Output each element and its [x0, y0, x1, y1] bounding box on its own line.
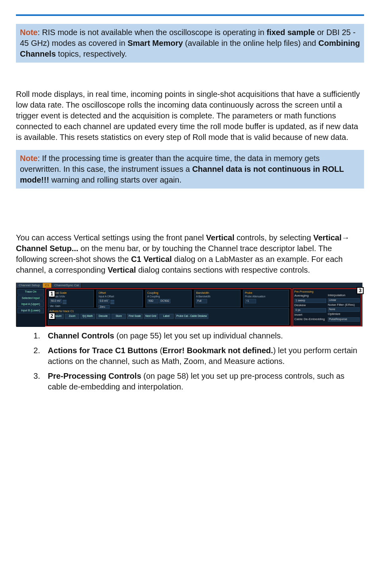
vertical-settings-paragraph: You can access Vertical settings using t… — [16, 232, 364, 275]
averaging-value[interactable]: 1 sweep — [294, 299, 326, 303]
bandwidth-group: Bandwidth A Bandwidth Full — [194, 290, 240, 307]
note-bold-fixed-sample: fixed sample — [266, 28, 315, 37]
coupling-group: Coupling A Coupling 50Ω DC50Ω — [145, 290, 192, 307]
label-button[interactable]: Label — [159, 314, 174, 319]
deskew-value[interactable]: 0 ps — [294, 308, 326, 313]
callout-legend-list: Channel Controls (on page 55) let you se… — [16, 330, 364, 392]
interpolation-value[interactable]: Linear — [328, 298, 360, 303]
tab-channelsync-cal[interactable]: ChannelSync Cal — [52, 283, 82, 288]
group-title: Bandwidth — [196, 291, 238, 295]
zoom-button[interactable]: Zoom — [65, 314, 79, 319]
trace-on-toggle[interactable]: Trace On — [18, 289, 44, 295]
note-ris-mode: Note: RIS mode is not available when the… — [16, 24, 364, 63]
deskew-label: Deskew — [294, 303, 326, 308]
selected-input-label: Selected Input — [18, 295, 44, 301]
note-label: Note — [20, 28, 37, 37]
var-gain-toggle[interactable]: Var. Gain — [50, 305, 92, 308]
group-sub: Probe Attenuation — [245, 295, 287, 299]
probe-attenuation-value[interactable]: ÷1 — [245, 299, 256, 303]
note-text: topics, respectively. — [56, 49, 127, 58]
offset-value[interactable]: 0.0 mV — [98, 299, 110, 303]
list-item-text: (on page 55) let you set up individual c… — [114, 331, 283, 340]
tab-c1[interactable]: C1 — [43, 283, 52, 288]
group-sub: Input A Offset — [98, 295, 141, 299]
vscale-stepper[interactable] — [63, 300, 67, 305]
callout-1: 1 — [48, 290, 55, 297]
math-button[interactable]: f(x) Math — [80, 314, 95, 319]
preprocessing-region: Pre-Processing Averaging 1 sweep Deskew … — [292, 288, 362, 326]
invert-toggle[interactable]: Invert — [294, 313, 326, 317]
bold-c1-vertical: C1 Vertical — [131, 255, 172, 264]
list-item-title: Channel Controls — [48, 331, 114, 340]
preprocessing-title: Pre-Processing — [294, 290, 326, 293]
note-roll-mode-warning: Note: If the processing time is greater … — [16, 150, 364, 189]
group-title: Probe — [245, 291, 287, 295]
left-column: Trace On Selected Input Input A (Upper) … — [16, 288, 45, 327]
c1-vertical-dialog-screenshot: 1 2 3 Channel Setup C1 ChannelSync Cal T… — [16, 283, 362, 326]
actions-title: Actions for trace C1 — [49, 309, 288, 313]
noise-filter-value[interactable]: None — [328, 307, 360, 312]
offset-group: Offset Input A Offset 0.0 mV Zero — [96, 290, 143, 307]
note-bold-smart-memory: Smart Memory — [127, 39, 183, 47]
note-text: warning and rolling starts over again. — [49, 175, 181, 184]
impedance-badge: 50Ω — [147, 299, 159, 303]
dialog-tabbar: Channel Setup C1 ChannelSync Cal — [16, 283, 362, 288]
zero-button[interactable]: Zero — [98, 305, 110, 309]
input-a-button[interactable]: Input A (Upper) — [18, 301, 44, 307]
list-item: Channel Controls (on page 55) let you se… — [33, 330, 364, 341]
averaging-label: Averaging — [294, 294, 326, 298]
error-bookmark: Error! Bookmark not defined. — [163, 346, 273, 355]
find-scale-button[interactable]: Find Scale — [127, 314, 143, 319]
probe-group: Probe Probe Attenuation ÷1 — [243, 290, 289, 307]
header-rule — [16, 14, 364, 16]
store-button[interactable]: Store — [112, 314, 126, 319]
list-item-title: Pre-Processing Controls — [48, 372, 141, 380]
bandwidth-value[interactable]: Full — [196, 299, 207, 303]
vscale-value[interactable]: 50.0 mV — [50, 299, 62, 303]
text: controls, by selecting — [235, 233, 313, 242]
offset-stepper[interactable] — [110, 300, 114, 305]
optimize-label: Optimize — [328, 312, 360, 317]
group-sub: A Bandwidth — [196, 295, 238, 299]
note-label: Note — [20, 154, 37, 163]
cable-de-embedding-toggle[interactable]: Cable De-Embedding — [294, 317, 326, 322]
noise-filter-label: Noise Filter (ERes) — [328, 303, 360, 307]
roll-mode-paragraph: Roll mode displays, in real time, incomi… — [16, 89, 364, 143]
list-item: Actions for Trace C1 Buttons (Error! Boo… — [33, 345, 364, 367]
callout-3: 3 — [356, 287, 364, 294]
decode-button[interactable]: Decode — [96, 314, 110, 319]
group-title: Vertical Scale — [50, 291, 92, 295]
next-grid-button[interactable]: Next Grid — [144, 314, 158, 319]
callout-2: 2 — [48, 313, 55, 320]
group-title: Offset — [98, 291, 141, 295]
group-sub: A Scale V/div — [50, 295, 92, 299]
list-item: Pre-Processing Controls (on page 58) let… — [33, 371, 364, 392]
tab-channel-setup[interactable]: Channel Setup — [16, 283, 43, 288]
note-text: : RIS mode is not available when the osc… — [37, 28, 266, 37]
interpolation-label: Interpolation — [328, 293, 360, 298]
bold-vertical: Vertical — [206, 233, 234, 242]
input-b-button[interactable]: Input B (Lower) — [18, 308, 44, 313]
text: You can access Vertical settings using t… — [16, 233, 206, 242]
pulse-response-button[interactable]: PulseResponse — [328, 317, 360, 322]
note-text: (available in the online help files) and — [183, 39, 318, 47]
channel-controls-region: Vertical Scale A Scale V/div 50.0 mV Var… — [45, 288, 292, 326]
probe-cal-button[interactable]: Probe Cal - Cable Deskew — [175, 314, 209, 319]
bold-vertical-2: Vertical — [108, 265, 136, 274]
text: dialog contains sections with respective… — [136, 265, 310, 274]
coupling-value[interactable]: DC50Ω — [159, 299, 170, 303]
actions-for-trace-region: Actions for trace C1 Measure Zoom f(x) M… — [48, 308, 289, 325]
text: ( — [158, 346, 163, 355]
group-title: Coupling — [147, 291, 190, 295]
group-sub: A Coupling — [147, 295, 190, 299]
list-item-title: Actions for Trace C1 Buttons — [48, 346, 158, 355]
